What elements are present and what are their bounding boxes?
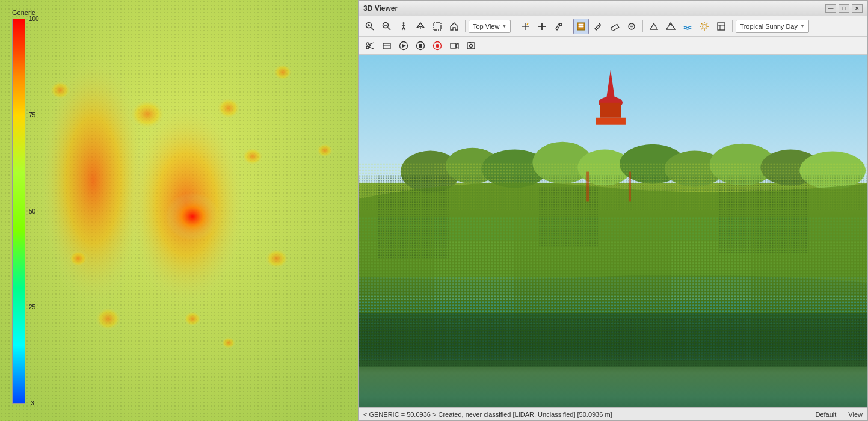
svg-rect-83 <box>451 43 456 48</box>
mountain-button[interactable] <box>663 19 679 34</box>
status-view: View <box>848 411 863 418</box>
home-button[interactable] <box>446 19 462 34</box>
svg-rect-116 <box>629 172 631 202</box>
tool-button[interactable] <box>551 19 567 34</box>
svg-point-14 <box>316 143 333 158</box>
svg-point-46 <box>582 25 584 27</box>
svg-marker-54 <box>666 23 675 29</box>
svg-point-6 <box>129 99 165 129</box>
crosshair-button[interactable] <box>517 19 533 34</box>
svg-line-64 <box>707 23 708 25</box>
minimize-button[interactable]: — <box>825 4 836 13</box>
svg-line-62 <box>701 23 703 25</box>
color-legend: Generic 100 75 50 25 <box>12 9 39 404</box>
svg-rect-105 <box>600 103 621 118</box>
3d-viewer-panel: 3D Viewer — □ ✕ <box>358 0 868 421</box>
left-panel: Generic 100 75 50 25 <box>0 0 358 421</box>
filter-button[interactable] <box>624 19 639 34</box>
terrain-button[interactable] <box>646 19 662 34</box>
svg-line-22 <box>388 27 391 30</box>
legend-tick-50: 50 <box>29 211 39 212</box>
export-button[interactable] <box>713 19 729 34</box>
fly-button[interactable] <box>413 19 428 34</box>
svg-point-86 <box>470 44 473 47</box>
layers-button[interactable] <box>379 38 395 54</box>
svg-rect-31 <box>434 23 441 30</box>
close-button[interactable]: ✕ <box>852 4 863 13</box>
view-mode-dropdown[interactable]: Top View ▼ <box>469 20 511 33</box>
play-button[interactable] <box>396 38 411 54</box>
svg-rect-114 <box>359 241 867 301</box>
svg-point-8 <box>242 147 263 165</box>
toolbar-row2 <box>359 37 867 55</box>
svg-marker-53 <box>650 23 657 29</box>
svg-point-16 <box>69 250 88 267</box>
legend-tick-neg3: -3 <box>29 403 39 404</box>
sky-arrow: ▼ <box>800 23 805 29</box>
svg-rect-48 <box>611 24 619 31</box>
eraser-button[interactable] <box>607 19 623 34</box>
zoom-out-button[interactable] <box>379 19 395 34</box>
svg-marker-32 <box>451 23 458 30</box>
screenshot-button[interactable] <box>463 38 479 54</box>
svg-rect-66 <box>718 23 725 30</box>
legend-tick-25: 25 <box>29 307 39 307</box>
svg-point-12 <box>49 81 71 100</box>
walk-button[interactable] <box>396 19 411 34</box>
svg-rect-87 <box>469 42 471 43</box>
status-left: < GENERIC = 50.0936 > Created, never cla… <box>363 411 612 418</box>
point-render-button[interactable] <box>573 19 589 34</box>
pencil-button[interactable] <box>590 19 606 34</box>
svg-point-70 <box>366 46 369 49</box>
viewer-titlebar: 3D Viewer — □ ✕ <box>359 1 867 16</box>
record-button[interactable] <box>429 38 445 54</box>
legend-tick-100: 100 <box>29 19 39 19</box>
svg-point-24 <box>403 22 405 24</box>
svg-point-13 <box>273 64 292 81</box>
svg-point-11 <box>265 248 289 269</box>
sky-dropdown[interactable]: Tropical Sunny Day ▼ <box>736 20 809 33</box>
main-container: Generic 100 75 50 25 <box>0 0 868 421</box>
toolbar-separator-1 <box>465 20 466 32</box>
maximize-button[interactable]: □ <box>839 4 849 13</box>
svg-line-72 <box>369 47 374 49</box>
stop-button[interactable] <box>413 38 428 54</box>
svg-point-41 <box>579 23 580 25</box>
scissors-button[interactable] <box>362 38 378 54</box>
svg-point-10 <box>183 311 202 327</box>
svg-line-65 <box>701 28 703 29</box>
view-mode-arrow: ▼ <box>502 23 506 29</box>
sun-button[interactable] <box>697 19 712 34</box>
cross-button[interactable] <box>534 19 550 34</box>
water-button[interactable] <box>680 19 695 34</box>
svg-point-44 <box>579 25 580 27</box>
legend-tick-75: 75 <box>29 115 39 115</box>
3d-viewport[interactable]: < GENERIC = 50.0936 > Created, never cla… <box>359 55 867 420</box>
svg-point-42 <box>580 23 582 25</box>
svg-point-45 <box>580 25 582 27</box>
svg-point-9 <box>95 307 122 331</box>
svg-rect-118 <box>359 319 867 367</box>
svg-line-28 <box>404 27 405 30</box>
svg-rect-85 <box>467 43 475 49</box>
svg-line-63 <box>707 28 708 29</box>
svg-line-71 <box>369 43 374 45</box>
sky-label: Tropical Sunny Day <box>740 23 798 30</box>
frame-button[interactable] <box>429 19 445 34</box>
heatmap-canvas <box>0 0 358 421</box>
viewport-status: < GENERIC = 50.0936 > Created, never cla… <box>359 407 867 420</box>
legend-bar-container: 100 75 50 25 -3 <box>12 19 39 404</box>
point-cloud-overlay <box>359 55 867 407</box>
legend-color-bar <box>12 19 25 404</box>
toolbar-separator-2 <box>514 20 514 32</box>
toolbar-row1: Top View ▼ <box>359 16 867 37</box>
svg-rect-75 <box>383 43 390 49</box>
svg-point-5 <box>165 192 220 241</box>
zoom-in-button[interactable] <box>362 19 378 34</box>
status-default: Default <box>815 411 836 418</box>
svg-point-69 <box>366 43 369 45</box>
legend-ticks: 100 75 50 25 -3 <box>29 19 39 404</box>
video-button[interactable] <box>446 38 462 54</box>
svg-marker-84 <box>456 43 458 48</box>
svg-marker-78 <box>402 44 406 48</box>
